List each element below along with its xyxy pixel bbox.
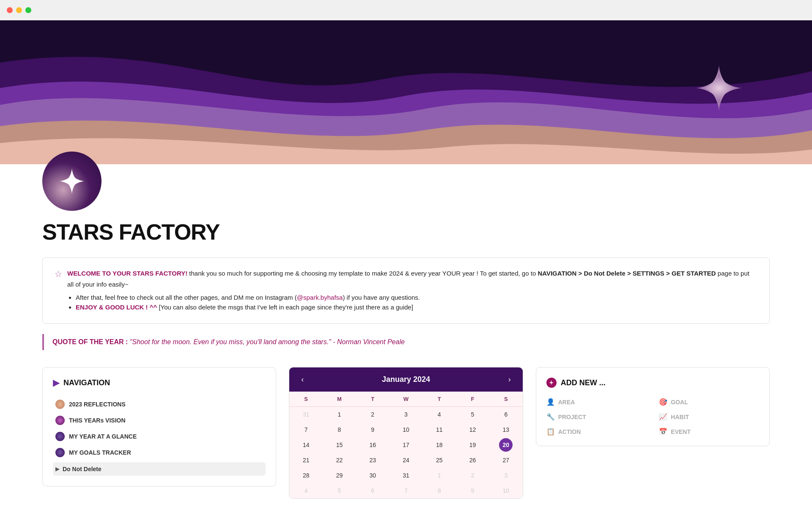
calendar-cell[interactable]: 8	[323, 422, 356, 437]
cal-day-thu: T	[422, 392, 456, 406]
nav-icon-goals	[55, 448, 65, 457]
welcome-star-icon: ☆	[55, 269, 62, 313]
calendar-cell[interactable]: 29	[323, 468, 356, 483]
close-button[interactable]	[7, 7, 13, 13]
minimize-button[interactable]	[16, 7, 22, 13]
calendar-day-number: 15	[336, 437, 343, 453]
calendar-cell[interactable]: 6	[489, 407, 523, 422]
calendar-next-button[interactable]: ›	[505, 373, 514, 386]
calendar-cell[interactable]: 25	[422, 453, 456, 468]
calendar-grid: 3112345678910111213141516171819202122232…	[289, 407, 522, 498]
calendar-cell[interactable]: 15	[323, 437, 356, 453]
calendar-day-number: 26	[469, 453, 476, 468]
calendar-cell[interactable]: 22	[323, 453, 356, 468]
add-project-button[interactable]: 🔧 PROJECT	[546, 413, 647, 421]
quote-box: QUOTE OF THE YEAR : "Shoot for the moon.…	[42, 334, 770, 350]
calendar-cell[interactable]: 11	[422, 422, 456, 437]
quote-author: Norman Vincent Peale	[337, 338, 405, 345]
welcome-list: After that, feel free to check out all t…	[67, 294, 757, 311]
nav-item-do-not-delete[interactable]: ▶ Do Not Delete	[53, 462, 266, 476]
calendar-cell[interactable]: 16	[356, 437, 390, 453]
welcome-box: ☆ WELCOME TO YOUR STARS FACTORY! thank y…	[42, 257, 770, 324]
calendar-cell[interactable]: 7	[390, 483, 423, 498]
calendar-cell[interactable]: 13	[489, 422, 523, 437]
calendar-cell[interactable]: 1	[422, 468, 456, 483]
calendar-cell[interactable]: 19	[456, 437, 489, 453]
add-habit-button[interactable]: 📈 HABIT	[659, 413, 759, 421]
welcome-highlight: WELCOME TO YOUR STARS FACTORY!	[67, 270, 187, 277]
calendar-cell[interactable]: 31	[390, 468, 423, 483]
calendar-cell[interactable]: 3	[489, 468, 523, 483]
calendar-cell[interactable]: 3	[390, 407, 423, 422]
nav-icon-glance	[55, 432, 65, 441]
calendar-cell[interactable]: 4	[422, 407, 456, 422]
three-columns: ▶ NAVIGATION 2023 REFLECTIONS THIS YEARs…	[42, 367, 770, 499]
calendar-day-number: 30	[369, 468, 376, 483]
add-action-button[interactable]: 📋 ACTION	[546, 428, 647, 436]
area-label: AREA	[558, 399, 575, 406]
calendar-day-number: 16	[369, 437, 376, 453]
quote-text: "Shoot for the moon. Even if you miss, y…	[130, 338, 405, 345]
calendar-day-number: 31	[403, 468, 409, 483]
add-goal-button[interactable]: 🎯 GOAL	[659, 398, 759, 406]
calendar-cell[interactable]: 6	[356, 483, 390, 498]
calendar-cell[interactable]: 9	[356, 422, 390, 437]
calendar-cell[interactable]: 7	[289, 422, 323, 437]
nav-item-vision[interactable]: THIS YEARs VISION	[53, 412, 266, 428]
project-icon: 🔧	[546, 413, 555, 421]
calendar-cell[interactable]: 10	[390, 422, 423, 437]
nav-arrow-icon: ▶	[53, 378, 59, 388]
calendar-cell[interactable]: 20	[489, 437, 523, 453]
add-event-button[interactable]: 📅 EVENT	[659, 428, 759, 436]
calendar-cell[interactable]: 4	[289, 483, 323, 498]
calendar-cell[interactable]: 9	[456, 483, 489, 498]
instagram-link[interactable]: @spark.byhafsa	[297, 294, 343, 301]
calendar-day-number: 4	[438, 407, 441, 422]
action-icon: 📋	[546, 428, 555, 436]
cal-day-wed: W	[390, 392, 423, 406]
calendar-cell[interactable]: 31	[289, 407, 323, 422]
title-bar	[0, 0, 812, 20]
calendar-cell[interactable]: 5	[456, 407, 489, 422]
cal-day-sun: S	[289, 392, 323, 406]
calendar-cell[interactable]: 12	[456, 422, 489, 437]
calendar-cell[interactable]: 14	[289, 437, 323, 453]
calendar-cell[interactable]: 1	[323, 407, 356, 422]
calendar-cell[interactable]: 18	[422, 437, 456, 453]
calendar-cell[interactable]: 10	[489, 483, 523, 498]
calendar-day-number: 25	[436, 453, 443, 468]
main-content: STARS FACTORY ☆ WELCOME TO YOUR STARS FA…	[0, 152, 812, 508]
calendar-cell[interactable]: 23	[356, 453, 390, 468]
calendar-prev-button[interactable]: ‹	[298, 373, 307, 386]
calendar-day-number: 18	[436, 437, 443, 453]
area-icon: 👤	[546, 398, 555, 406]
page-title: STARS FACTORY	[42, 219, 770, 245]
calendar-cell[interactable]: 24	[390, 453, 423, 468]
calendar-day-number: 11	[436, 422, 443, 437]
calendar-cell[interactable]: 28	[289, 468, 323, 483]
calendar-day-number: 27	[502, 453, 509, 468]
calendar-cell[interactable]: 17	[390, 437, 423, 453]
calendar-cell[interactable]: 21	[289, 453, 323, 468]
calendar-cell[interactable]: 2	[356, 407, 390, 422]
nav-item-reflections[interactable]: 2023 REFLECTIONS	[53, 396, 266, 412]
calendar-day-number: 23	[369, 453, 376, 468]
logo	[42, 152, 102, 211]
calendar-cell[interactable]: 27	[489, 453, 523, 468]
calendar-day-number: 21	[303, 453, 310, 468]
add-area-button[interactable]: 👤 AREA	[546, 398, 647, 406]
cal-day-fri: F	[456, 392, 489, 406]
calendar-cell[interactable]: 26	[456, 453, 489, 468]
calendar-cell[interactable]: 30	[356, 468, 390, 483]
cal-day-sat: S	[489, 392, 523, 406]
project-label: PROJECT	[558, 414, 586, 420]
nav-item-goals[interactable]: MY GOALS TRACKER	[53, 444, 266, 461]
calendar-day-number: 3	[504, 468, 508, 483]
calendar-day-number: 6	[504, 407, 508, 422]
nav-item-glance[interactable]: MY YEAR AT A GLANCE	[53, 428, 266, 444]
calendar-cell[interactable]: 8	[422, 483, 456, 498]
maximize-button[interactable]	[25, 7, 31, 13]
calendar-cell[interactable]: 2	[456, 468, 489, 483]
calendar-cell[interactable]: 5	[323, 483, 356, 498]
calendar-day-number: 29	[336, 468, 343, 483]
